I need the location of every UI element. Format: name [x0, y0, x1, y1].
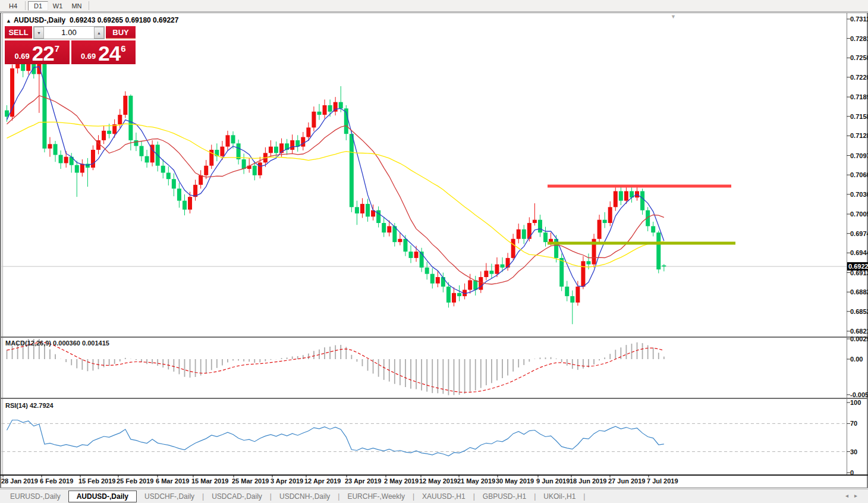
candle-body [161, 166, 165, 173]
volume-decrease-button[interactable]: ▼ [34, 27, 44, 39]
candle-body [457, 293, 461, 296]
candle-body [183, 201, 187, 210]
tab-scroll-right-icon[interactable]: ▸ [854, 492, 863, 499]
macd-label: MACD(12,26,9) 0.000360 0.001415 [5, 339, 109, 347]
candle-body [506, 258, 510, 268]
buy-price-box[interactable]: 0.69 24 6 [71, 40, 136, 64]
candle-body [75, 165, 79, 173]
candle-body [328, 105, 332, 112]
candle-body [495, 265, 499, 274]
candle-body [570, 296, 574, 303]
candle-body [339, 102, 343, 109]
candle-body [436, 277, 440, 284]
candle-body [484, 271, 488, 277]
candle-body [172, 179, 176, 188]
sell-button[interactable]: SELL [5, 26, 32, 39]
chart-symbol-label: AUDUSD-,Daily [14, 16, 65, 24]
tab-scroll-left-icon[interactable]: ◂ [845, 492, 854, 499]
volume-increase-button[interactable]: ▲ [94, 27, 104, 39]
candle-body [242, 159, 246, 169]
candle-body [511, 239, 515, 258]
candle-body [538, 220, 542, 232]
candle-body [10, 68, 14, 117]
candle-body [414, 252, 419, 258]
candle-body [253, 166, 257, 175]
candle-body [80, 164, 84, 173]
candle-body [64, 157, 68, 164]
rsi-panel [2, 420, 847, 456]
candle-body [177, 188, 181, 200]
candle-body [204, 166, 208, 175]
candle-body [425, 268, 429, 274]
candle-body [565, 287, 569, 296]
candle-body [489, 271, 493, 273]
candle-body [586, 261, 590, 264]
candle-body [575, 287, 580, 303]
candle-body [662, 265, 666, 266]
candle-body [640, 191, 644, 210]
candle-body [656, 232, 661, 269]
macd-values: 0.000360 0.001415 [53, 339, 109, 347]
candle-body [231, 135, 235, 143]
candle-body [128, 96, 133, 140]
candle-body [581, 261, 585, 287]
candle-body [199, 175, 203, 185]
candle-body [597, 220, 602, 239]
candle-body [398, 239, 402, 242]
candle-body [608, 207, 612, 223]
candle-body [651, 226, 655, 232]
candle-body [59, 155, 63, 164]
candle-body [446, 287, 451, 303]
candle-body [42, 63, 46, 148]
buy-button[interactable]: BUY [106, 26, 136, 39]
candle-body [452, 293, 456, 303]
candle-body [533, 220, 537, 223]
candle-body [118, 115, 122, 124]
ma-mid-line [7, 96, 664, 284]
candle-body [603, 220, 607, 223]
candle-body [360, 204, 364, 213]
candle-body [350, 134, 354, 207]
volume-spinner: ▼ 1.00 ▲ [33, 26, 105, 39]
candle-body [473, 280, 477, 290]
candle-body [237, 143, 241, 159]
sell-price-prefix: 0.69 [14, 51, 29, 62]
candle-body [306, 127, 310, 137]
candle-body [387, 226, 391, 232]
candle-body [274, 147, 278, 153]
buy-price-pip: 6 [121, 45, 125, 52]
rsi-value: 42.7924 [30, 402, 54, 409]
rsi-label: RSI(14) 42.7924 [5, 402, 54, 409]
candle-body [188, 197, 192, 209]
candle-body [317, 112, 321, 115]
candle-body [355, 207, 359, 213]
candle-body [501, 265, 505, 268]
candle-body [166, 172, 171, 179]
candle-body [140, 146, 144, 156]
candle-body [258, 162, 262, 175]
candle-body [225, 135, 229, 146]
ohlc-values: 0.69243 0.69265 0.69180 0.69227 [70, 16, 179, 24]
volume-input[interactable]: 1.00 [44, 27, 94, 39]
candle-body [290, 140, 294, 150]
rsi-line [7, 420, 664, 456]
candle-body [468, 280, 472, 290]
scroll-to-end-marker-icon[interactable]: ▼ [671, 14, 676, 20]
buy-price-big: 24 [98, 45, 120, 62]
candle-body [220, 147, 224, 156]
candle-body [54, 144, 58, 155]
candle-body [301, 137, 305, 147]
current-price-tag: 0.69227 [847, 262, 868, 271]
candle-body [517, 230, 521, 239]
chart-canvas[interactable] [0, 0, 868, 503]
one-click-trading-panel: SELL ▼ 1.00 ▲ BUY 0.69 22 7 0.69 24 6 [5, 26, 136, 64]
candle-body [624, 191, 628, 201]
sell-price-box[interactable]: 0.69 22 7 [5, 40, 70, 64]
candle-body [323, 105, 327, 115]
candle-body [441, 277, 445, 287]
candle-body [107, 131, 111, 134]
candle-body [614, 191, 618, 208]
candle-body [522, 230, 526, 239]
candle-body [91, 150, 95, 168]
mt4-chart-window: H4D1W1MN ▲AUDUSD-,Daily 0.69243 0.69265 … [0, 0, 868, 503]
